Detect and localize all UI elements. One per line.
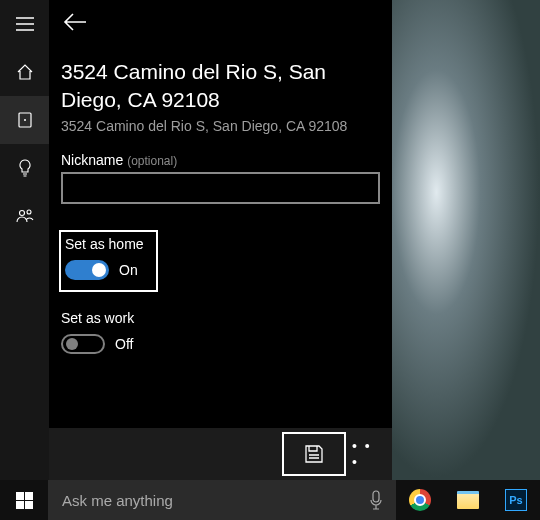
folder-icon: [457, 491, 479, 509]
photoshop-icon: Ps: [505, 489, 527, 511]
start-button[interactable]: [0, 480, 48, 520]
more-button[interactable]: • • •: [352, 432, 384, 476]
windows-logo-icon: [16, 492, 33, 509]
svg-rect-7: [25, 501, 33, 509]
cortana-mic-button[interactable]: [356, 480, 396, 520]
maps-favorite-panel: 3524 Camino del Rio S, San Diego, CA 921…: [0, 0, 392, 480]
set-as-home-row: On: [65, 260, 144, 280]
set-as-home-label: Set as home: [65, 236, 144, 252]
cortana-search-placeholder: Ask me anything: [62, 492, 173, 509]
maps-sidebar: [0, 0, 49, 480]
save-button[interactable]: [282, 432, 346, 476]
set-as-work-toggle[interactable]: [61, 334, 105, 354]
desktop-wallpaper: [392, 0, 540, 480]
set-as-home-group: Set as home On: [59, 230, 158, 292]
home-icon[interactable]: [0, 48, 49, 96]
set-as-home-toggle[interactable]: [65, 260, 109, 280]
set-as-work-label: Set as work: [61, 310, 380, 326]
svg-point-3: [27, 210, 31, 214]
people-icon[interactable]: [0, 192, 49, 240]
svg-rect-4: [16, 492, 24, 500]
microphone-icon: [369, 490, 383, 510]
header-row: [49, 0, 392, 48]
hamburger-menu-icon[interactable]: [0, 0, 49, 48]
svg-rect-6: [16, 501, 24, 509]
taskbar-file-explorer[interactable]: [444, 480, 492, 520]
svg-rect-8: [373, 491, 379, 502]
set-as-work-row: Off: [61, 334, 380, 354]
address-title: 3524 Camino del Rio S, San Diego, CA 921…: [61, 58, 380, 114]
taskbar-chrome[interactable]: [396, 480, 444, 520]
content-body: 3524 Camino del Rio S, San Diego, CA 921…: [49, 48, 392, 428]
cortana-search-box[interactable]: Ask me anything: [48, 480, 356, 520]
nickname-optional-text: (optional): [127, 154, 177, 168]
bulb-icon[interactable]: [0, 144, 49, 192]
bottom-action-bar: • • •: [49, 428, 392, 480]
svg-point-1: [24, 119, 26, 121]
back-button[interactable]: [63, 12, 87, 36]
nickname-label-text: Nickname: [61, 152, 127, 168]
svg-point-2: [19, 211, 24, 216]
chrome-icon: [409, 489, 431, 511]
set-as-home-state: On: [119, 262, 138, 278]
set-as-work-state: Off: [115, 336, 133, 352]
nickname-input[interactable]: [61, 172, 380, 204]
content-panel: 3524 Camino del Rio S, San Diego, CA 921…: [49, 0, 392, 480]
taskbar-photoshop[interactable]: Ps: [492, 480, 540, 520]
map-icon[interactable]: [0, 96, 49, 144]
svg-rect-5: [25, 492, 33, 500]
nickname-label: Nickname (optional): [61, 152, 380, 168]
address-subtitle: 3524 Camino del Rio S, San Diego, CA 921…: [61, 118, 380, 134]
taskbar: Ask me anything Ps: [0, 480, 540, 520]
save-icon: [304, 444, 324, 464]
